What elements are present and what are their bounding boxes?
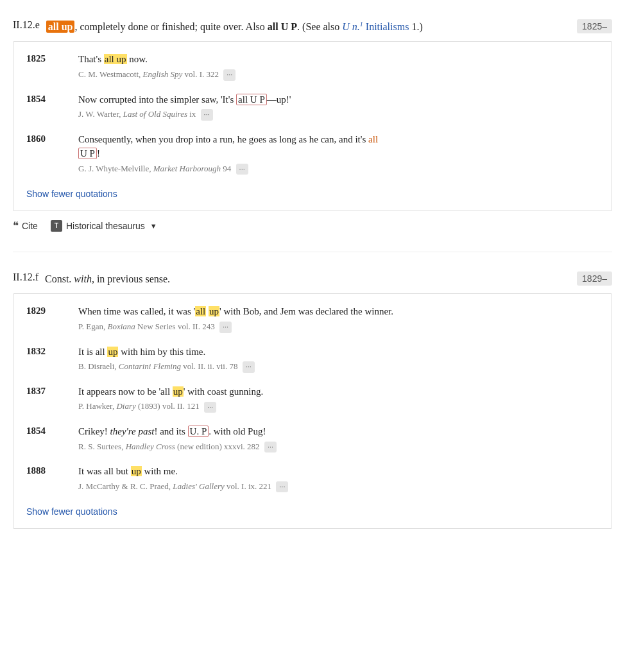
more-options-btn-1888[interactable]: ··· — [276, 481, 288, 492]
caret-down-icon: ▼ — [150, 222, 157, 230]
highlight-up-1854b: U. P — [188, 426, 209, 437]
quotation-source-1854b: R. S. Surtees, Handley Cross (new editio… — [78, 441, 599, 453]
quotation-row-1854b: 1854 Crikey! they're past! and its U. P.… — [26, 424, 599, 452]
highlight-up-1888: up — [131, 466, 142, 476]
entry-section-ii12e: II.12.e all up, completely done or finis… — [13, 13, 612, 232]
entry-definition-ii12e: all up, completely done or finished; qui… — [46, 19, 569, 35]
quotation-text-1860: Consequently, when you drop into a run, … — [78, 132, 599, 161]
entry-header-ii12e: II.12.e all up, completely done or finis… — [13, 13, 612, 37]
entry-date-ii12f: 1829– — [577, 271, 612, 286]
toolbar-ii12e: ❝ Cite T Historical thesaurus ▼ — [13, 219, 612, 232]
quotation-text-1832: It is all up with him by this time. — [78, 345, 599, 359]
quotation-content-1829: When time was called, it was 'all up' wi… — [78, 304, 599, 332]
entry-id-ii12e: II.12.e — [13, 19, 40, 31]
highlight-all-up-1854: all U P — [236, 94, 267, 105]
cite-label: Cite — [22, 221, 38, 231]
quotation-year-1825: 1825 — [26, 52, 68, 64]
headword-ii12e: all up — [46, 21, 75, 33]
highlight-up-1837: up — [173, 386, 184, 397]
cite-button-ii12e[interactable]: ❝ Cite — [13, 219, 38, 232]
entry-id-ii12f: II.12.f — [13, 271, 39, 283]
entry-date-ii12e: 1825– — [577, 19, 612, 33]
entry-definition-ii12f: Const. with, in previous sense. — [45, 271, 569, 287]
thesaurus-label: Historical thesaurus — [66, 221, 145, 231]
quotation-content-1860: Consequently, when you drop into a run, … — [78, 132, 599, 175]
show-fewer-link-ii12f[interactable]: Show fewer quotations — [26, 506, 117, 517]
quotation-source-1860: G. J. Whyte-Melville, Market Harborough … — [78, 163, 599, 175]
quotation-source-1888: J. McCarthy & R. C. Praed, Ladies' Galle… — [78, 481, 599, 493]
quotation-row-1888: 1888 It was all but up with me. J. McCar… — [26, 464, 599, 492]
show-fewer-link-ii12e[interactable]: Show fewer quotations — [26, 189, 117, 199]
quotation-row-1860: 1860 Consequently, when you drop into a … — [26, 132, 599, 175]
quotation-row-1832: 1832 It is all up with him by this time.… — [26, 345, 599, 373]
more-options-btn-1837[interactable]: ··· — [204, 402, 216, 413]
more-options-btn-1860[interactable]: ··· — [236, 164, 248, 175]
more-options-btn-1825[interactable]: ··· — [223, 69, 235, 80]
more-options-btn-1854a[interactable]: ··· — [201, 109, 213, 120]
u-n-link[interactable]: U n.1 — [342, 21, 363, 32]
quotation-year-1860: 1860 — [26, 132, 68, 144]
quotation-source-1825: C. M. Westmacott, English Spy vol. I. 32… — [78, 69, 599, 81]
quotation-text-1854a: Now corrupted into the simpler saw, 'It'… — [78, 92, 599, 107]
quotation-source-1837: P. Hawker, Diary (1893) vol. II. 121 ··· — [78, 401, 599, 413]
thesaurus-icon: T — [51, 220, 62, 232]
quotation-row-1854a: 1854 Now corrupted into the simpler saw,… — [26, 92, 599, 121]
more-options-btn-1829[interactable]: ··· — [219, 322, 232, 332]
highlight-all-1829: all — [195, 306, 206, 316]
quotation-year-1832: 1832 — [26, 345, 68, 357]
quotation-content-1825: That's all up now. C. M. Westmacott, Eng… — [78, 52, 599, 80]
quotation-text-1854b: Crikey! they're past! and its U. P. with… — [78, 424, 599, 439]
quotations-box-ii12e: 1825 That's all up now. C. M. Westmacott… — [13, 41, 612, 211]
quotation-text-1888: It was all but up with me. — [78, 464, 599, 479]
quotation-source-1829: P. Egan, Boxiana New Series vol. II. 243… — [78, 321, 599, 333]
quotation-row-1829: 1829 When time was called, it was 'all u… — [26, 304, 599, 332]
section-divider — [13, 252, 612, 252]
thesaurus-button-ii12e[interactable]: T Historical thesaurus ▼ — [51, 220, 157, 232]
quote-icon: ❝ — [13, 219, 19, 232]
quotation-content-1854a: Now corrupted into the simpler saw, 'It'… — [78, 92, 599, 121]
highlight-up-1829: up — [209, 306, 219, 316]
quotation-year-1854b: 1854 — [26, 424, 68, 436]
quotation-text-1829: When time was called, it was 'all up' wi… — [78, 304, 599, 319]
quotation-year-1854a: 1854 — [26, 92, 68, 105]
quotations-box-ii12f: 1829 When time was called, it was 'all u… — [13, 293, 612, 529]
more-options-btn-1854b[interactable]: ··· — [264, 442, 277, 452]
quotation-text-1837: It appears now to be 'all up' with coast… — [78, 384, 599, 399]
quotation-content-1854b: Crikey! they're past! and its U. P. with… — [78, 424, 599, 452]
highlight-up-1832: up — [107, 347, 118, 357]
more-options-btn-1832[interactable]: ··· — [243, 361, 255, 372]
quotation-source-1832: B. Disraeli, Contarini Fleming vol. II. … — [78, 361, 599, 373]
entry-header-ii12f: II.12.f Const. with, in previous sense. … — [13, 265, 612, 289]
quotation-text-1825: That's all up now. — [78, 52, 599, 67]
quotation-year-1837: 1837 — [26, 384, 68, 397]
quotation-year-1829: 1829 — [26, 304, 68, 316]
quotation-row-1837: 1837 It appears now to be 'all up' with … — [26, 384, 599, 413]
quotation-year-1888: 1888 — [26, 464, 68, 476]
entry-section-ii12f: II.12.f Const. with, in previous sense. … — [13, 265, 612, 529]
highlight-all-1860: all — [368, 134, 378, 144]
highlight-up-1860: U P — [78, 148, 97, 159]
quotation-source-1854a: J. W. Warter, Last of Old Squires ix ··· — [78, 108, 599, 121]
quotation-row-1825: 1825 That's all up now. C. M. Westmacott… — [26, 52, 599, 80]
quotation-content-1837: It appears now to be 'all up' with coast… — [78, 384, 599, 413]
highlight-all-up-1825: all up — [104, 54, 127, 64]
initialisms-link[interactable]: Initialisms — [366, 21, 409, 32]
quotation-content-1888: It was all but up with me. J. McCarthy &… — [78, 464, 599, 492]
quotation-content-1832: It is all up with him by this time. B. D… — [78, 345, 599, 373]
